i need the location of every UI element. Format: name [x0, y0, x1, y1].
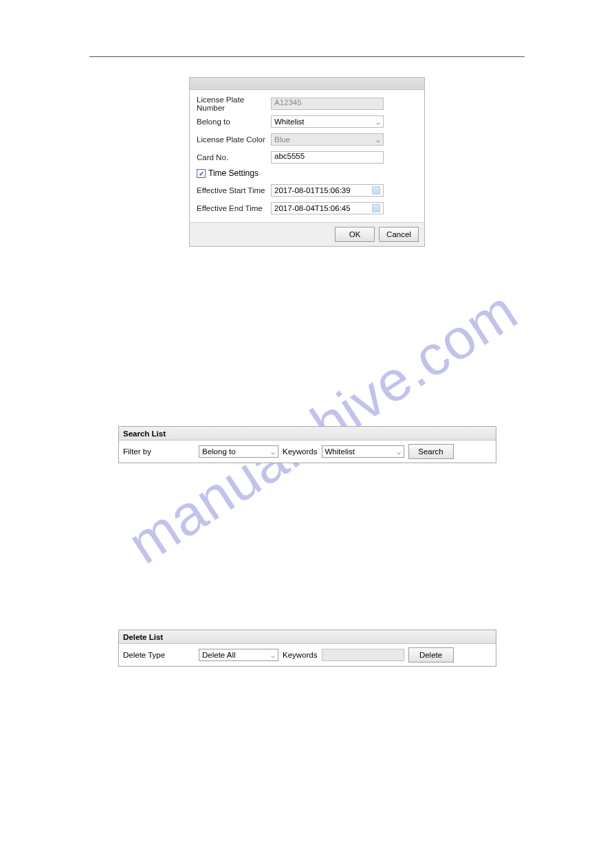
end-time-label: Effective End Time: [197, 204, 271, 212]
plate-color-select[interactable]: Blue ⌵: [271, 133, 384, 146]
search-keywords-label: Keywords: [283, 447, 318, 456]
delete-button[interactable]: Delete: [408, 647, 454, 663]
delete-type-label: Delete Type: [123, 651, 195, 659]
card-no-label: Card No.: [197, 153, 271, 162]
end-time-input[interactable]: 2017-08-04T15:06:45: [271, 202, 384, 214]
belong-to-label: Belong to: [197, 118, 271, 126]
search-keywords-value: Whitelist: [325, 447, 355, 456]
start-time-value: 2017-08-01T15:06:39: [274, 186, 351, 194]
search-button[interactable]: Search: [408, 444, 454, 459]
ok-button[interactable]: OK: [335, 227, 375, 242]
chevron-down-icon: ⌵: [271, 448, 275, 456]
dialog-titlebar: [190, 78, 424, 90]
search-list-title: Search List: [119, 427, 496, 441]
delete-keywords-input[interactable]: [322, 649, 404, 661]
dialog-footer: OK Cancel: [190, 222, 424, 246]
calendar-icon[interactable]: [372, 186, 380, 194]
belong-to-select[interactable]: Whitelist ⌵: [271, 115, 384, 128]
filter-by-value: Belong to: [202, 447, 236, 456]
delete-keywords-label: Keywords: [283, 651, 318, 659]
plate-color-label: License Plate Color: [197, 135, 271, 144]
page-divider: [89, 56, 525, 57]
delete-type-value: Delete All: [202, 651, 236, 659]
delete-list-panel: Delete List Delete Type Delete All ⌵ Key…: [118, 630, 496, 667]
search-list-panel: Search List Filter by Belong to ⌵ Keywor…: [118, 426, 496, 463]
start-time-label: Effective Start Time: [197, 186, 271, 194]
filter-by-select[interactable]: Belong to ⌵: [199, 445, 278, 458]
chevron-down-icon: ⌵: [376, 136, 380, 144]
license-plate-label: License Plate Number: [197, 96, 271, 112]
delete-list-title: Delete List: [119, 630, 496, 644]
search-keywords-select[interactable]: Whitelist ⌵: [322, 445, 404, 458]
edit-dialog: License Plate Number A12345 Belong to Wh…: [189, 77, 425, 247]
chevron-down-icon: ⌵: [271, 652, 275, 659]
plate-color-value: Blue: [274, 135, 290, 144]
time-settings-checkbox[interactable]: ✓: [197, 169, 206, 178]
belong-to-value: Whitelist: [274, 118, 304, 126]
dialog-body: License Plate Number A12345 Belong to Wh…: [190, 90, 424, 222]
chevron-down-icon: ⌵: [397, 448, 401, 456]
end-time-value: 2017-08-04T15:06:45: [274, 204, 351, 212]
delete-type-select[interactable]: Delete All ⌵: [199, 649, 278, 661]
calendar-icon[interactable]: [372, 204, 380, 212]
filter-by-label: Filter by: [123, 447, 195, 456]
start-time-input[interactable]: 2017-08-01T15:06:39: [271, 184, 384, 197]
time-settings-label: Time Settings: [208, 168, 259, 178]
cancel-button[interactable]: Cancel: [379, 227, 419, 242]
chevron-down-icon: ⌵: [376, 118, 380, 126]
license-plate-input[interactable]: A12345: [271, 98, 384, 110]
card-no-input[interactable]: abc5555: [271, 151, 384, 164]
